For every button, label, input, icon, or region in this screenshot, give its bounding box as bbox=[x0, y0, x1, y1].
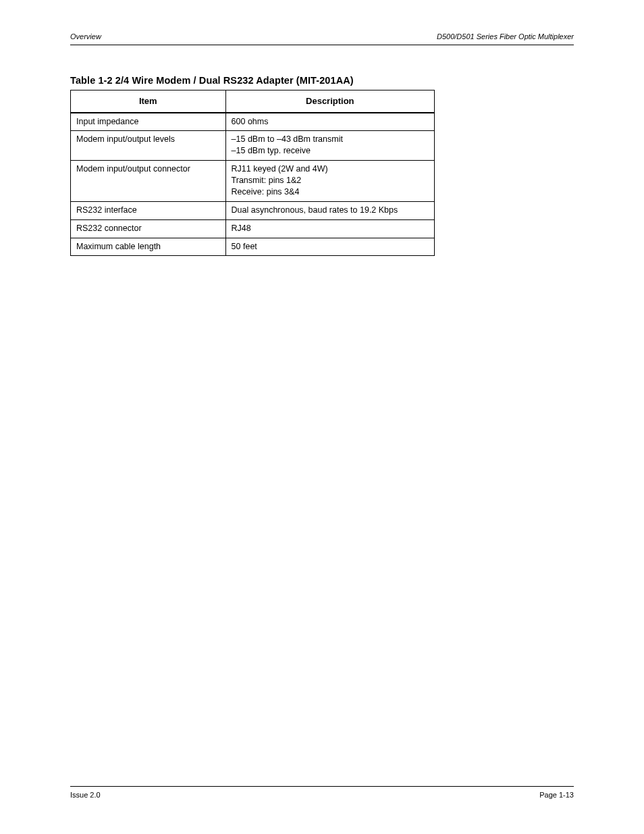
page-header: Overview D500/D501 Series Fiber Optic Mu… bbox=[70, 32, 574, 41]
table-cell-item: Modem input/output levels bbox=[71, 131, 226, 161]
footer-page-label: Page bbox=[539, 791, 559, 799]
page-footer: Issue 2.0 Page 1-13 bbox=[70, 786, 574, 799]
table-row: RS232 connectorRJ48 bbox=[71, 219, 435, 238]
table-header-item: Item bbox=[71, 90, 226, 113]
header-left: Overview bbox=[70, 32, 101, 41]
table-row: Modem input/output levels–15 dBm to –43 … bbox=[71, 131, 435, 161]
table-cell-description: Dual asynchronous, baud rates to 19.2 Kb… bbox=[225, 201, 434, 219]
table-header-row: Item Description bbox=[71, 90, 435, 113]
table-cell-item: Input impedance bbox=[71, 113, 226, 131]
footer-rule bbox=[70, 786, 574, 787]
table-cell-item: RS232 interface bbox=[71, 201, 226, 219]
table-header-description: Description bbox=[225, 90, 434, 113]
footer-page-number: 1-13 bbox=[559, 791, 574, 799]
table-title: Table 1-2 2/4 Wire Modem / Dual RS232 Ad… bbox=[70, 75, 574, 86]
table-row: Maximum cable length50 feet bbox=[71, 238, 435, 256]
header-right: D500/D501 Series Fiber Optic Multiplexer bbox=[437, 32, 574, 41]
table-cell-description: RJ48 bbox=[225, 219, 434, 238]
footer-issue: Issue 2.0 bbox=[70, 791, 101, 799]
table-row: Input impedance600 ohms bbox=[71, 113, 435, 131]
footer-page: Page 1-13 bbox=[539, 791, 574, 799]
header-rule bbox=[70, 45, 574, 45]
table-row: Modem input/output connectorRJ11 keyed (… bbox=[71, 161, 435, 202]
table-cell-item: Maximum cable length bbox=[71, 238, 226, 256]
table-cell-item: Modem input/output connector bbox=[71, 161, 226, 202]
table-cell-description: 50 feet bbox=[225, 238, 434, 256]
table-cell-description: RJ11 keyed (2W and 4W)Transmit: pins 1&2… bbox=[225, 161, 434, 202]
table-cell-item: RS232 connector bbox=[71, 219, 226, 238]
table-cell-description: 600 ohms bbox=[225, 113, 434, 131]
spec-table: Item Description Input impedance600 ohms… bbox=[70, 90, 435, 256]
table-cell-description: –15 dBm to –43 dBm transmit–15 dBm typ. … bbox=[225, 131, 434, 161]
table-row: RS232 interfaceDual asynchronous, baud r… bbox=[71, 201, 435, 219]
